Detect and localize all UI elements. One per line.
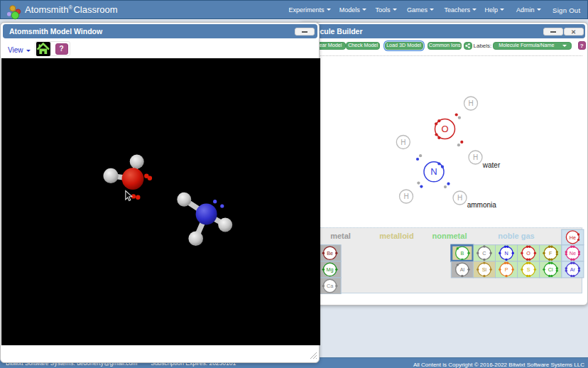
svg-text:H: H	[468, 99, 473, 107]
svg-text:Cl: Cl	[548, 266, 553, 273]
svg-text:O: O	[526, 250, 530, 256]
svg-text:O: O	[441, 124, 448, 134]
svg-text:S: S	[527, 266, 530, 273]
svg-text:ammonia: ammonia	[467, 201, 497, 209]
svg-text:Ca: Ca	[327, 283, 333, 289]
svg-text:metalloid: metalloid	[379, 232, 413, 240]
svg-text:H: H	[401, 139, 405, 146]
svg-text:C: C	[482, 250, 486, 256]
svg-text:Si: Si	[482, 266, 487, 273]
svg-text:N: N	[430, 166, 437, 177]
svg-text:N: N	[504, 250, 508, 256]
svg-text:He: He	[570, 234, 576, 240]
svg-text:noble gas: noble gas	[498, 232, 534, 240]
svg-text:H: H	[457, 194, 462, 202]
svg-text:F: F	[549, 250, 552, 256]
svg-text:Ar: Ar	[570, 266, 576, 273]
svg-text:nonmetal: nonmetal	[432, 232, 467, 240]
svg-text:water: water	[482, 161, 501, 169]
svg-text:Ne: Ne	[570, 250, 576, 256]
svg-text:P: P	[505, 266, 508, 273]
svg-text:metal: metal	[330, 232, 351, 240]
svg-text:B: B	[460, 250, 464, 256]
svg-text:Be: Be	[327, 250, 333, 256]
svg-text:Al: Al	[460, 266, 465, 273]
svg-text:Mg: Mg	[327, 266, 334, 273]
svg-text:H: H	[473, 153, 478, 161]
svg-text:H: H	[403, 193, 408, 200]
